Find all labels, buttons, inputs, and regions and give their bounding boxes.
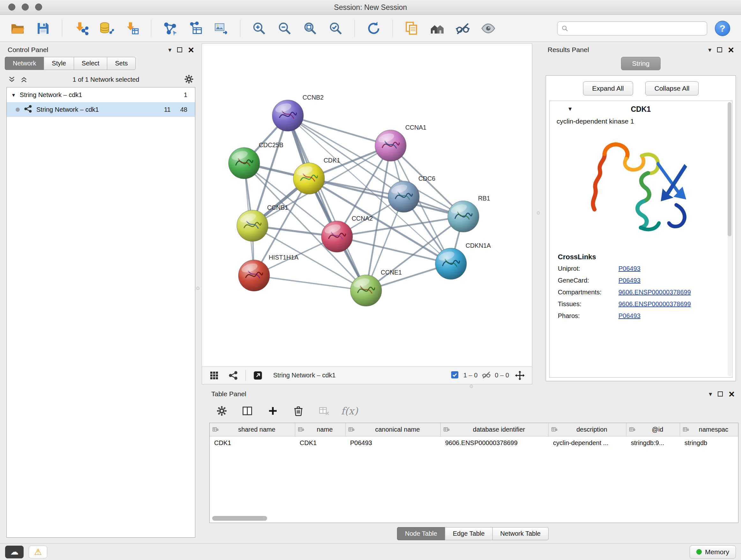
tab-edge-table[interactable]: Edge Table [445,527,493,540]
search-input[interactable] [571,24,704,32]
panel-menu-icon[interactable]: ▾ [709,391,712,397]
column-header-canonical-name[interactable]: canonical name [346,423,441,436]
refresh-network-button[interactable] [363,18,384,39]
network-table-button[interactable] [185,18,206,39]
grid-view-button[interactable] [207,368,221,382]
network-table-icon [188,21,203,36]
column-header--id[interactable]: @id [626,423,680,436]
string-homes-button[interactable] [427,18,448,39]
table-panel-title: Table Panel [211,390,246,398]
tree-expand-icon[interactable]: ▼ [11,92,16,98]
main-toolbar-items [7,18,499,39]
table-toolbar: f(x) [207,400,739,422]
panel-float-icon[interactable] [718,391,723,396]
panel-menu-icon[interactable]: ▾ [168,47,172,53]
results-scrollbar[interactable] [728,102,731,376]
export-image-button[interactable] [211,18,232,39]
column-header-database-identifier[interactable]: database identifier [441,423,549,436]
tab-network-table[interactable]: Network Table [492,527,549,540]
network-row[interactable]: String Network – cdk1 11 48 [7,102,195,117]
close-window-button[interactable] [8,3,15,10]
table-row[interactable]: CDK1CDK1P064939606.ENSP00000378699cyclin… [210,436,738,450]
tab-string[interactable]: String [621,57,661,70]
tab-style[interactable]: Style [44,57,74,70]
save-session-button[interactable] [32,18,54,39]
network-edge-CCNB2-CCNE1[interactable] [288,116,366,291]
import-network-database-button[interactable] [96,18,117,39]
crosslink-row: GeneCard:P06493 [558,277,732,284]
cloud-button[interactable]: ☁ [5,546,23,558]
network-selection-row: 1 of 1 Network selected [3,72,199,87]
zoom-window-button[interactable] [35,3,42,10]
expand-all-button[interactable]: Expand All [583,81,633,96]
table-panel-controls: ▾ × [709,389,735,399]
zoom-out-button[interactable] [274,18,295,39]
tab-node-table[interactable]: Node Table [397,527,445,540]
panel-close-icon[interactable]: × [188,45,194,55]
import-table-file-button[interactable] [122,18,143,39]
function-builder-button[interactable]: f(x) [342,403,357,418]
panel-close-icon[interactable]: × [729,389,735,399]
network-collection-row[interactable]: ▼ String Network – cdk1 1 [7,87,195,102]
column-header-namespac[interactable]: namespac [680,423,738,436]
panel-close-icon[interactable]: × [728,45,734,55]
toolbar-separator [62,20,62,37]
table-hscrollbar[interactable] [212,516,267,521]
memory-button[interactable]: Memory [690,545,736,559]
warnings-button[interactable]: ⚠ [29,546,47,558]
help-button[interactable]: ? [715,21,730,36]
crosslink-label: Tissues: [558,300,618,308]
column-header-name[interactable]: name [295,423,346,436]
double-chevron-up-icon [20,76,28,83]
crosslink-value-link[interactable]: 9606.ENSP00000378699 [618,300,691,308]
panel-float-icon[interactable] [717,47,722,52]
expand-all-button[interactable] [20,75,28,84]
zoom-fit-button[interactable] [300,18,321,39]
crosslink-value-link[interactable]: P06493 [618,312,641,320]
network-options-button[interactable] [184,74,194,85]
table-panel-tabs: Node TableEdge TableNetwork Table [207,527,739,540]
node-table: shared namenamecanonical namedatabase id… [209,423,738,523]
collapse-all-button[interactable]: Collapse All [645,81,699,96]
section-collapse-icon[interactable]: ▼ [567,106,573,112]
delete-column-button[interactable] [291,403,306,418]
splitter-handle[interactable] [537,211,540,214]
table-options-button[interactable] [214,403,229,418]
memory-status-dot [696,549,702,555]
table-cell: 9606.ENSP00000378699 [441,436,549,450]
network-edge-HIST1H1A-CCNE1[interactable] [254,275,366,291]
network-edge-CCNB2-CCNA1[interactable] [288,116,391,145]
network-canvas[interactable]: CCNB2CCNA1CDC25BCDK1CDC6RB1CCNB1CCNA2CDK… [202,44,532,366]
column-header-shared-name[interactable]: shared name [210,423,295,436]
import-network-file-button[interactable] [71,18,91,39]
panel-float-icon[interactable] [177,47,182,52]
toolbar-separator [240,20,240,37]
copy-documents-button[interactable] [401,18,422,39]
crosslink-value-link[interactable]: 9606.ENSP00000378699 [618,289,691,296]
fit-content-button[interactable] [513,368,527,382]
crosslink-value-link[interactable]: P06493 [618,277,641,284]
show-graphics-details-button[interactable] [478,18,499,39]
search-field[interactable] [557,21,707,36]
hide-graphics-details-button[interactable] [452,18,473,39]
panel-menu-icon[interactable]: ▾ [708,47,711,53]
protein-section-header[interactable]: ▼ CDK1 [549,101,732,118]
show-columns-button[interactable] [240,403,255,418]
network-overview-button[interactable] [226,368,240,382]
tab-select[interactable]: Select [74,57,108,70]
network-view-panel: CCNB2CCNA1CDC25BCDK1CDC6RB1CCNB1CCNA2CDK… [202,44,532,384]
tab-network[interactable]: Network [5,57,44,70]
open-in-new-window-button[interactable] [251,368,265,382]
minimize-window-button[interactable] [22,3,29,10]
tab-sets[interactable]: Sets [107,57,136,70]
zoom-selected-button[interactable] [325,18,346,39]
open-session-button[interactable] [7,18,28,39]
delete-table-button-disabled[interactable] [317,403,331,418]
column-header-description[interactable]: description [549,423,626,436]
zoom-in-button[interactable] [249,18,270,39]
collapse-all-button[interactable] [8,75,16,84]
network-from-selection-button[interactable] [159,18,181,39]
splitter-handle[interactable] [196,287,199,290]
create-column-button[interactable] [266,403,280,418]
crosslink-value-link[interactable]: P06493 [618,265,641,272]
